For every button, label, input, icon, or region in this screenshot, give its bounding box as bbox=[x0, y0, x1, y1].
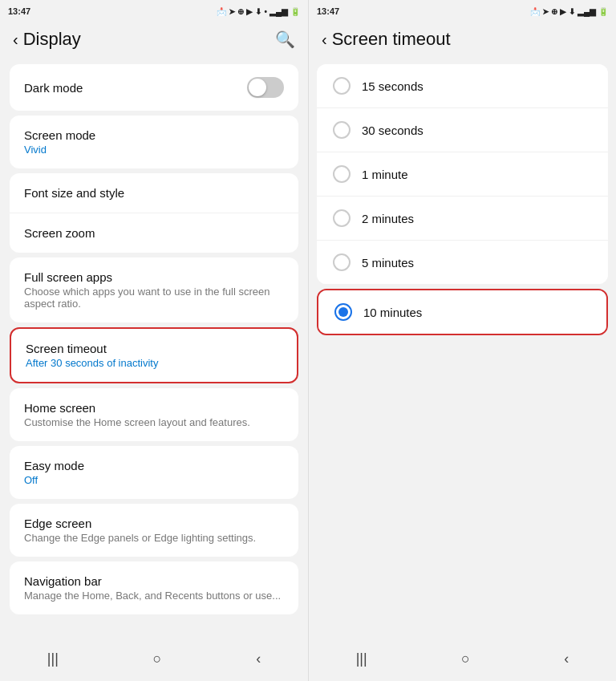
font-zoom-card: Font size and style Screen zoom bbox=[10, 173, 298, 253]
edge-screen-item[interactable]: Edge screen Change the Edge panels or Ed… bbox=[10, 504, 298, 557]
nav-bar-settings-subtitle: Manage the Home, Back, and Recents butto… bbox=[24, 590, 281, 602]
radio-10min bbox=[334, 303, 352, 321]
font-size-item[interactable]: Font size and style bbox=[10, 173, 298, 213]
option-1min-label: 1 minute bbox=[362, 168, 408, 181]
back-icon-left[interactable]: ‹ bbox=[256, 651, 261, 667]
screen-timeout-item[interactable]: Screen timeout After 30 seconds of inact… bbox=[11, 329, 297, 382]
fullscreen-apps-subtitle: Choose which apps you want to use in the… bbox=[24, 286, 284, 310]
home-screen-subtitle: Customise the Home screen layout and fea… bbox=[24, 416, 250, 428]
settings-content: Dark mode Screen mode Vivid Font size an… bbox=[0, 59, 308, 639]
radio-5min bbox=[333, 253, 351, 271]
display-header: ‹ Display 🔍 bbox=[0, 22, 308, 59]
fullscreen-apps-title: Full screen apps bbox=[24, 270, 284, 284]
nav-bar-right: ||| ○ ‹ bbox=[309, 639, 616, 681]
nav-bar-left: ||| ○ ‹ bbox=[0, 639, 308, 681]
option-30s[interactable]: 30 seconds bbox=[317, 108, 608, 152]
back-button-right[interactable]: ‹ bbox=[322, 30, 327, 49]
status-icons-left: 📩 ➤ ⊕ ▶ ⬇ • ▂▄▆ 🔋 bbox=[217, 7, 300, 16]
home-icon-right[interactable]: ○ bbox=[461, 651, 470, 667]
nav-bar-settings-item[interactable]: Navigation bar Manage the Home, Back, an… bbox=[10, 561, 298, 614]
option-15s[interactable]: 15 seconds bbox=[317, 64, 608, 108]
dark-mode-card: Dark mode bbox=[10, 64, 298, 111]
screen-mode-subtitle: Vivid bbox=[24, 144, 95, 156]
option-5min-label: 5 minutes bbox=[362, 256, 414, 270]
option-15s-label: 15 seconds bbox=[362, 79, 424, 93]
easy-mode-title: Easy mode bbox=[24, 459, 84, 472]
easy-mode-item[interactable]: Easy mode Off bbox=[10, 446, 298, 499]
screen-timeout-header: ‹ Screen timeout bbox=[309, 22, 616, 59]
status-icons-right: 📩 ➤ ⊕ ▶ ⬇ ▂▄▆ 🔋 bbox=[530, 7, 608, 16]
dark-mode-title: Dark mode bbox=[24, 81, 83, 95]
screen-timeout-card[interactable]: Screen timeout After 30 seconds of inact… bbox=[10, 327, 298, 383]
option-1min[interactable]: 1 minute bbox=[317, 152, 608, 197]
option-10min-highlight[interactable]: 10 minutes bbox=[317, 289, 608, 335]
back-icon-right[interactable]: ‹ bbox=[564, 651, 569, 667]
easy-mode-card: Easy mode Off bbox=[10, 446, 298, 499]
screen-zoom-item[interactable]: Screen zoom bbox=[10, 213, 298, 253]
fullscreen-apps-item[interactable]: Full screen apps Choose which apps you w… bbox=[10, 257, 298, 322]
screen-mode-item[interactable]: Screen mode Vivid bbox=[10, 116, 298, 168]
easy-mode-subtitle: Off bbox=[24, 474, 84, 486]
menu-icon-left[interactable]: ||| bbox=[47, 651, 59, 667]
option-2min[interactable]: 2 minutes bbox=[317, 197, 608, 241]
option-10min[interactable]: 10 minutes bbox=[318, 290, 606, 334]
nav-bar-settings-card: Navigation bar Manage the Home, Back, an… bbox=[10, 561, 298, 614]
edge-screen-card: Edge screen Change the Edge panels or Ed… bbox=[10, 504, 298, 557]
back-button-left[interactable]: ‹ bbox=[13, 30, 18, 49]
radio-15s bbox=[333, 77, 351, 95]
radio-2min bbox=[333, 209, 351, 227]
left-panel: 13:47 📩 ➤ ⊕ ▶ ⬇ • ▂▄▆ 🔋 ‹ Display 🔍 Dark… bbox=[0, 0, 308, 681]
option-30s-label: 30 seconds bbox=[362, 124, 424, 137]
screen-timeout-title: Screen timeout bbox=[26, 342, 158, 355]
dark-mode-toggle[interactable] bbox=[247, 77, 284, 98]
home-screen-title: Home screen bbox=[24, 401, 250, 415]
radio-inner-10min bbox=[338, 307, 348, 317]
timeout-options-card: 15 seconds 30 seconds 1 minute 2 minutes… bbox=[317, 64, 608, 284]
radio-30s bbox=[333, 121, 351, 139]
home-icon-left[interactable]: ○ bbox=[153, 651, 162, 667]
search-button[interactable]: 🔍 bbox=[275, 30, 295, 49]
screen-mode-card: Screen mode Vivid bbox=[10, 116, 298, 168]
menu-icon-right[interactable]: ||| bbox=[356, 651, 367, 667]
toggle-knob bbox=[249, 79, 266, 96]
option-5min[interactable]: 5 minutes bbox=[317, 241, 608, 284]
status-bar-right: 13:47 📩 ➤ ⊕ ▶ ⬇ ▂▄▆ 🔋 bbox=[309, 0, 616, 22]
home-screen-card: Home screen Customise the Home screen la… bbox=[10, 388, 298, 441]
right-panel: 13:47 📩 ➤ ⊕ ▶ ⬇ ▂▄▆ 🔋 ‹ Screen timeout 1… bbox=[308, 0, 616, 681]
home-screen-item[interactable]: Home screen Customise the Home screen la… bbox=[10, 388, 298, 441]
screen-zoom-title: Screen zoom bbox=[24, 226, 95, 240]
time-right: 13:47 bbox=[317, 6, 339, 16]
option-10min-label: 10 minutes bbox=[363, 306, 422, 319]
dark-mode-item[interactable]: Dark mode bbox=[10, 64, 298, 111]
time-left: 13:47 bbox=[8, 6, 30, 16]
screen-mode-title: Screen mode bbox=[24, 128, 95, 142]
page-title-left: Display bbox=[23, 29, 81, 50]
nav-bar-settings-title: Navigation bar bbox=[24, 574, 281, 588]
timeout-options-content: 15 seconds 30 seconds 1 minute 2 minutes… bbox=[309, 59, 616, 639]
option-2min-label: 2 minutes bbox=[362, 212, 414, 225]
fullscreen-apps-card: Full screen apps Choose which apps you w… bbox=[10, 257, 298, 322]
radio-1min bbox=[333, 165, 351, 183]
page-title-right: Screen timeout bbox=[332, 29, 451, 50]
font-size-title: Font size and style bbox=[24, 186, 124, 200]
edge-screen-subtitle: Change the Edge panels or Edge lighting … bbox=[24, 532, 256, 544]
status-bar-left: 13:47 📩 ➤ ⊕ ▶ ⬇ • ▂▄▆ 🔋 bbox=[0, 0, 308, 22]
screen-timeout-subtitle: After 30 seconds of inactivity bbox=[26, 357, 158, 369]
edge-screen-title: Edge screen bbox=[24, 517, 256, 530]
